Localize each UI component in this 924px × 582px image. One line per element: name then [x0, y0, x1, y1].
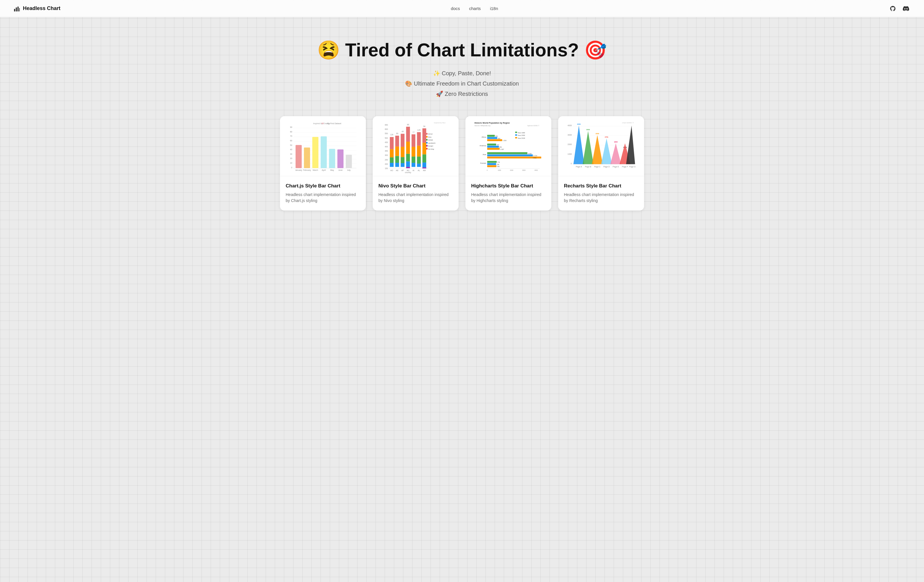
svg-text:June: June	[338, 170, 343, 171]
svg-text:Source: Wikipedia.org: Source: Wikipedia.org	[474, 125, 490, 127]
discord-button[interactable]	[902, 4, 910, 13]
svg-text:AG: AG	[407, 170, 409, 171]
svg-rect-67	[390, 157, 394, 163]
chartjs-info: Chart.js Style Bar Chart Headless chart …	[280, 176, 366, 211]
svg-rect-94	[417, 164, 421, 167]
svg-text:April: April	[322, 170, 326, 171]
svg-text:3000: 3000	[568, 134, 572, 136]
svg-rect-71	[395, 147, 399, 156]
svg-text:sandwich: sandwich	[428, 142, 436, 144]
svg-rect-138	[487, 155, 533, 157]
svg-rect-77	[401, 157, 404, 163]
svg-text:10: 10	[290, 162, 292, 164]
nivo-desc: Headless chart implementation inspired b…	[378, 192, 453, 204]
svg-rect-33	[346, 155, 352, 168]
nav-docs[interactable]: docs	[451, 6, 460, 11]
navbar: Headless Chart docs charts i18n	[0, 0, 924, 17]
svg-rect-75	[401, 134, 404, 147]
svg-text:80: 80	[290, 131, 292, 133]
svg-text:550: 550	[385, 133, 388, 135]
svg-text:burger: burger	[428, 145, 433, 147]
svg-rect-88	[412, 157, 415, 163]
svg-text:kebab: kebab	[428, 139, 433, 141]
svg-text:Historic World Population by R: Historic World Population by Region	[474, 122, 510, 124]
svg-text:Inspired by Chart.js: Inspired by Chart.js	[313, 122, 330, 125]
svg-text:86: 86	[407, 124, 409, 126]
svg-rect-1	[16, 7, 17, 12]
hero-section: 😫 Tired of Chart Limitations? 🎯 ✨ Copy, …	[0, 17, 924, 116]
svg-text:1000: 1000	[498, 170, 501, 171]
svg-text:AE: AE	[396, 170, 398, 171]
svg-rect-92	[417, 146, 421, 157]
card-chartjs[interactable]: My First Dataset Inspired by Chart.js 90…	[280, 116, 366, 211]
svg-text:rchart 02/09/1 ©: rchart 02/09/1 ©	[622, 122, 634, 124]
brand-label: Headless Chart	[23, 5, 60, 12]
svg-rect-78	[401, 163, 404, 167]
svg-rect-72	[395, 156, 399, 163]
svg-text:AL: AL	[417, 170, 420, 171]
recharts-preview: rchart 02/09/1 © 4000 3000 2000 1000 0 4…	[558, 116, 644, 176]
svg-rect-86	[412, 135, 415, 147]
svg-rect-65	[390, 137, 394, 149]
recharts-title: Recharts Style Bar Chart	[564, 183, 639, 189]
svg-text:3000: 3000	[586, 129, 590, 131]
svg-text:Year 2018: Year 2018	[518, 137, 525, 139]
github-button[interactable]	[888, 4, 897, 13]
svg-rect-89	[412, 163, 415, 167]
svg-text:77: 77	[412, 131, 415, 134]
svg-text:126: 126	[390, 134, 393, 136]
svg-rect-32	[338, 150, 343, 168]
card-nivo[interactable]: inspired by Nivo 650 600 550 500 450 400…	[373, 116, 459, 211]
svg-rect-124	[487, 135, 495, 137]
svg-text:1 007: 1 007	[500, 148, 504, 150]
svg-text:814: 814	[498, 138, 500, 139]
svg-text:1 216: 1 216	[503, 140, 507, 142]
svg-text:hot dog: hot dog	[428, 148, 434, 150]
svg-text:January: January	[295, 170, 302, 171]
svg-rect-28	[304, 148, 310, 168]
svg-text:400: 400	[385, 146, 388, 148]
svg-text:631: 631	[495, 135, 498, 137]
highcharts-info: Highcharts Style Bar Chart Headless char…	[465, 176, 551, 211]
svg-text:779: 779	[497, 162, 500, 163]
svg-text:fries: fries	[428, 136, 432, 138]
svg-text:0: 0	[571, 163, 572, 165]
hero-line-1: ✨ Copy, Paste, Done!	[14, 68, 910, 78]
svg-text:Page C: Page C	[594, 166, 601, 168]
nav-charts[interactable]: charts	[469, 6, 481, 11]
svg-text:Africa: Africa	[482, 136, 486, 138]
svg-text:30: 30	[290, 153, 292, 155]
svg-rect-100	[422, 168, 426, 169]
navbar-icons	[888, 4, 910, 13]
svg-text:3 262: 3 262	[528, 153, 531, 155]
svg-text:February: February	[303, 170, 311, 171]
svg-text:70: 70	[290, 135, 292, 137]
svg-text:1800: 1800	[614, 141, 618, 143]
nav-i18n[interactable]: i18n	[490, 6, 498, 11]
svg-text:4 561: 4 561	[533, 157, 536, 159]
svg-rect-83	[406, 162, 410, 167]
svg-rect-136	[487, 152, 527, 154]
svg-rect-68	[390, 163, 394, 167]
card-highcharts[interactable]: Historic World Population by Region Sour…	[465, 116, 551, 211]
svg-rect-98	[422, 155, 426, 163]
brand-link[interactable]: Headless Chart	[14, 5, 60, 12]
hero-line-2: 🎨 Ultimate Freedom in Chart Customizatio…	[14, 78, 910, 89]
svg-rect-126	[487, 137, 497, 139]
card-recharts[interactable]: rchart 02/09/1 © 4000 3000 2000 1000 0 4…	[558, 116, 644, 211]
svg-text:941: 941	[500, 146, 502, 148]
svg-rect-144	[487, 163, 496, 165]
svg-text:AO: AO	[391, 170, 393, 171]
svg-text:650: 650	[385, 124, 388, 126]
svg-text:99: 99	[396, 133, 398, 135]
cards-section: My First Dataset Inspired by Chart.js 90…	[0, 116, 924, 234]
svg-rect-31	[329, 149, 335, 168]
svg-rect-118	[515, 137, 517, 138]
svg-rect-76	[401, 147, 404, 157]
svg-text:2000: 2000	[596, 133, 599, 135]
svg-rect-0	[14, 9, 15, 12]
nivo-title: Nivo Style Bar Chart	[378, 183, 453, 189]
svg-rect-70	[395, 136, 399, 147]
svg-text:4006: 4006	[577, 124, 581, 125]
svg-text:150: 150	[385, 167, 388, 170]
